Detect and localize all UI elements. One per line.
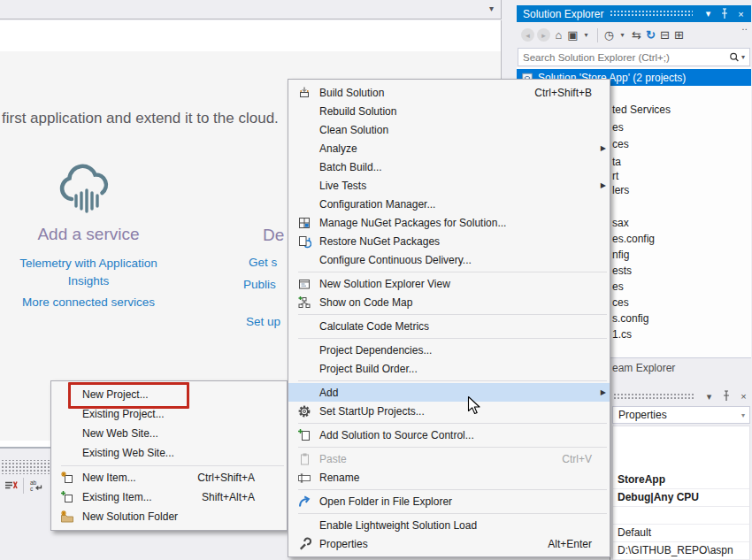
show-all-files-icon[interactable]: ⊞ [673, 28, 685, 42]
menu-item-restore-nuget-packages[interactable]: Restore NuGet Packages [288, 232, 610, 250]
menu-item-existing-item[interactable]: Existing Item...Shift+Alt+A [51, 487, 287, 507]
nuget-restore-icon [294, 234, 315, 249]
menu-item-shortcut: Shift+Alt+A [202, 491, 255, 503]
menu-item-label: Clean Solution [315, 124, 592, 136]
messages-icon[interactable] [4, 479, 18, 493]
pin-icon[interactable] [719, 389, 733, 403]
menu-item-shortcut: Ctrl+V [562, 453, 592, 465]
window-position-icon[interactable]: ▾ [702, 7, 714, 21]
dropdown-caret-icon[interactable]: ▾ [617, 31, 628, 39]
property-value-row[interactable] [613, 507, 749, 525]
menu-item-new-item[interactable]: New Item...Ctrl+Shift+A [51, 468, 287, 487]
get-started-link-fragment[interactable]: Get s [249, 256, 277, 269]
property-value-row[interactable]: StoreApp [613, 472, 749, 489]
menu-item-label: Add [315, 387, 592, 399]
menu-item-batch-build[interactable]: Batch Build... [288, 157, 610, 176]
pending-changes-filter-icon[interactable]: ◷ [603, 28, 615, 42]
menu-item-build-solution[interactable]: Build SolutionCtrl+Shift+B [288, 83, 610, 102]
titlebar-grip [613, 393, 694, 400]
menu-item-label: Existing Item... [78, 491, 202, 503]
add-a-service-title[interactable]: Add a service [0, 225, 177, 244]
menu-item-add-solution-to-source-control[interactable]: Add Solution to Source Control... [288, 426, 610, 444]
menu-item-rename[interactable]: Rename [288, 468, 610, 487]
code-map-icon [294, 295, 315, 310]
properties-selector-label: Properties [618, 409, 667, 421]
cloud-service-icon [53, 159, 120, 219]
property-value-row[interactable]: Default [613, 525, 749, 542]
menu-item-calculate-code-metrics[interactable]: Calculate Code Metrics [288, 317, 610, 335]
menu-item-manage-nuget-packages-for-solution[interactable]: Manage NuGet Packages for Solution... [288, 213, 610, 232]
existing-item-icon [57, 490, 78, 504]
menu-item-analyze[interactable]: Analyze▶ [288, 139, 610, 157]
search-input[interactable] [518, 52, 728, 63]
menu-item-configuration-manager[interactable]: Configuration Manager... [288, 195, 610, 213]
properties-selector[interactable]: Properties ▾ [612, 406, 750, 424]
word-wrap-icon[interactable]: abc [29, 479, 43, 493]
sync-with-active-document-icon[interactable]: ⇆ [631, 28, 642, 42]
menu-item-paste[interactable]: PasteCtrl+V [288, 449, 610, 468]
set-up-link-fragment[interactable]: Set up [246, 315, 280, 328]
menu-item-rebuild-solution[interactable]: Rebuild Solution [288, 102, 610, 120]
close-icon[interactable]: × [738, 389, 749, 403]
menu-separator [298, 380, 607, 381]
menu-item-label: Rebuild Solution [315, 105, 592, 118]
new-view-icon [294, 277, 315, 291]
publish-link-fragment[interactable]: Publis [243, 278, 276, 291]
menu-item-existing-project[interactable]: Existing Project... [51, 404, 287, 424]
properties-titlebar[interactable]: ▾× [613, 390, 749, 403]
forward-icon[interactable]: ▸ [537, 28, 550, 42]
menu-item-new-solution-explorer-view[interactable]: New Solution Explorer View [288, 274, 610, 293]
back-icon[interactable]: ◂ [521, 28, 534, 42]
dropdown-caret-icon[interactable]: ▾ [580, 31, 592, 39]
svg-text:ab: ab [30, 479, 37, 486]
menu-item-label: New Web Site... [78, 427, 255, 440]
menu-item-configure-continuous-delivery[interactable]: Configure Continuous Delivery... [288, 250, 610, 269]
menu-item-new-solution-folder[interactable]: New Solution Folder [51, 507, 287, 526]
property-value-row[interactable]: Debug|Any CPU [613, 489, 749, 507]
menu-item-add[interactable]: Add▶ [288, 383, 610, 402]
menu-separator [298, 314, 607, 315]
menu-item-label: Configuration Manager... [315, 198, 592, 211]
window-position-icon[interactable]: ▾ [703, 389, 715, 403]
menu-item-open-folder-in-file-explorer[interactable]: Open Folder in File Explorer [288, 492, 610, 510]
solution-explorer-title: Solution Explorer [523, 8, 603, 20]
solution-explorer-titlebar[interactable]: Solution Explorer ▾× [517, 5, 751, 22]
telemetry-link[interactable]: Telemetry with Application Insights [0, 255, 177, 289]
menu-item-label: Manage NuGet Packages for Solution... [315, 217, 592, 229]
property-value-row[interactable]: D:\GITHUB_REPO\aspn [613, 542, 749, 560]
menu-item-show-on-code-map[interactable]: Show on Code Map [288, 293, 610, 311]
refresh-icon[interactable]: ↻ [645, 28, 656, 42]
switch-views-icon[interactable]: ▣ [567, 28, 579, 42]
visual-studio-window: ▾ first application and extend it to the… [0, 0, 752, 560]
collapse-all-icon[interactable]: ⊟ [659, 28, 671, 42]
menu-item-existing-web-site[interactable]: Existing Web Site... [51, 443, 287, 463]
search-icon[interactable] [728, 51, 740, 64]
titlebar-grip [610, 10, 693, 18]
search-options-caret-icon[interactable]: ▾ [741, 53, 745, 61]
menu-item-label: Set StartUp Projects... [315, 405, 592, 418]
tab-overflow-icon[interactable]: ▾ [489, 4, 494, 13]
home-icon[interactable]: ⌂ [553, 28, 564, 42]
toolbar-overflow-icon[interactable]: ‥ [741, 22, 748, 32]
menu-item-shortcut: Alt+Enter [548, 538, 592, 550]
menu-item-properties[interactable]: PropertiesAlt+Enter [288, 534, 610, 553]
more-connected-services-link[interactable]: More connected services [0, 295, 177, 309]
menu-item-project-build-order[interactable]: Project Build Order... [288, 359, 610, 378]
menu-item-enable-lightweight-solution-load[interactable]: Enable Lightweight Solution Load [288, 516, 610, 534]
menu-item-new-project[interactable]: New Project... [51, 385, 287, 404]
menu-item-clean-solution[interactable]: Clean Solution [288, 120, 610, 139]
chevron-down-icon: ▾ [741, 411, 749, 419]
menu-separator [298, 423, 607, 424]
solution-explorer-toolbar: ◂▸⌂▣▾◷▾⇆↻⊟⊞ [517, 24, 751, 46]
menu-item-set-startup-projects[interactable]: Set StartUp Projects... [288, 402, 610, 420]
menu-item-shortcut: Ctrl+Shift+A [197, 472, 255, 484]
menu-item-label: Existing Web Site... [78, 447, 255, 459]
menu-item-project-dependencies[interactable]: Project Dependencies... [288, 341, 610, 359]
open-folder-icon [294, 495, 315, 509]
menu-separator [298, 338, 607, 339]
pin-icon[interactable] [717, 7, 732, 21]
menu-item-new-web-site[interactable]: New Web Site... [51, 424, 287, 443]
menu-item-live-tests[interactable]: Live Tests▶ [288, 176, 610, 195]
paste-icon [294, 452, 315, 466]
close-icon[interactable]: × [735, 7, 747, 21]
